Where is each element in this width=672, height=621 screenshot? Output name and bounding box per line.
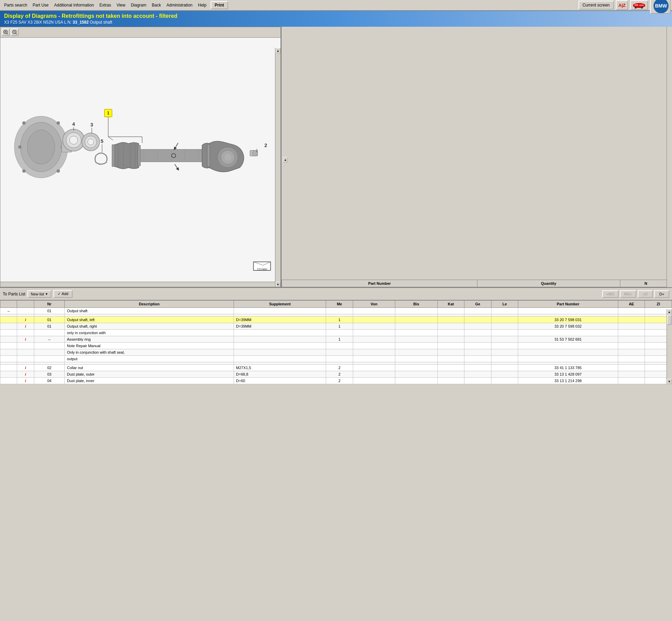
table-scroll-thumb[interactable] <box>667 315 672 325</box>
table-row[interactable] <box>0 314 672 317</box>
menu-help[interactable]: Help <box>195 2 209 9</box>
menu-view[interactable]: View <box>114 2 128 9</box>
cell-ge <box>464 336 491 343</box>
rp-th-partnum: Part Number <box>282 280 477 287</box>
cell-supplement: D=39MM <box>234 317 326 323</box>
cell-nr: -- <box>34 336 65 343</box>
table-row[interactable]: i01Output shaft, rightD=39MM133 20 7 598… <box>0 323 672 330</box>
cell-nr: 01 <box>34 308 65 314</box>
cell-partnum: 33 41 1 133 785 <box>518 365 618 371</box>
table-scrollbar-v[interactable]: ▲ ▼ <box>667 309 672 384</box>
cell-kat <box>437 323 464 330</box>
table-row[interactable]: Only in conjunction with shaft seal, <box>0 349 672 356</box>
add-button[interactable]: ✓ Add <box>53 290 72 298</box>
cell-info-icon <box>17 349 34 356</box>
cell-ge <box>464 323 491 330</box>
cell-me <box>326 362 353 365</box>
zoom-out-button[interactable] <box>11 28 19 36</box>
th-ae: AE <box>618 301 645 308</box>
cell-ae <box>618 336 645 343</box>
menu-administration[interactable]: Administration <box>164 2 195 9</box>
cell-nr <box>34 343 65 349</box>
menu-parts-search[interactable]: Parts search <box>1 2 30 9</box>
table-row[interactable]: i04Dust plate, innerD=60233 13 1 214 298 <box>0 378 672 384</box>
th-ge: Ge <box>464 301 491 308</box>
nav-d-prev-button[interactable]: «D <box>638 290 653 298</box>
cell-kat <box>437 308 464 314</box>
info-icon: i <box>25 318 26 322</box>
cell-kat <box>437 365 464 371</box>
info-icon: i <box>25 324 26 328</box>
cell-dash <box>0 362 17 365</box>
right-scroll-up[interactable]: ▲ <box>283 157 288 162</box>
table-row[interactable]: i02Collar nutM27X1,5233 41 1 133 785 <box>0 365 672 371</box>
table-scroll-up[interactable]: ▲ <box>667 309 672 315</box>
table-row[interactable]: i--Assembly ring131 53 7 502 681 <box>0 336 672 343</box>
right-panel-table: Part Number Quantity N <box>282 280 672 287</box>
menu-diagram[interactable]: Diagram <box>128 2 149 9</box>
diagram-toolbar <box>0 27 281 38</box>
menu-part-use[interactable]: Part Use <box>30 2 51 9</box>
cell-me <box>326 308 353 314</box>
cell-kat <box>437 378 464 384</box>
nav-mg-next-button[interactable]: MG» <box>620 290 636 298</box>
right-panel-parts-table: Part Number Quantity N <box>282 280 672 287</box>
th-bis: Bis <box>395 301 437 308</box>
cell-kat <box>437 336 464 343</box>
cell-partnum <box>518 343 618 349</box>
table-row[interactable]: Note Repair Manual <box>0 343 672 349</box>
to-parts-list-label: To Parts List <box>3 292 25 296</box>
cell-von <box>353 343 395 349</box>
th-partnum: Part Number <box>518 301 618 308</box>
right-panel-scrollbar[interactable] <box>667 27 672 287</box>
cell-dash <box>0 323 17 330</box>
scroll-up-arrow[interactable]: ▲ <box>276 48 281 53</box>
diagram-area[interactable]: 4 3 5 <box>0 38 281 287</box>
cell-me: 2 <box>326 365 353 371</box>
cell-dash <box>0 356 17 362</box>
svg-point-27 <box>70 136 78 144</box>
cell-ge <box>464 314 491 317</box>
cell-dash <box>0 371 17 378</box>
svg-rect-3 <box>634 4 638 6</box>
cell-bis <box>395 314 437 317</box>
table-row[interactable]: i03Dust plate, outerD=68,8233 13 1 428 0… <box>0 371 672 378</box>
diagram-scrollbar-h[interactable] <box>0 282 275 287</box>
table-scroll-down[interactable]: ▼ <box>667 379 672 384</box>
svg-point-55 <box>224 154 231 161</box>
menu-print[interactable]: Print <box>211 1 228 9</box>
cell-description: Output shaft, left <box>65 317 234 323</box>
svg-text:BMW: BMW <box>655 3 668 9</box>
table-row[interactable]: output <box>0 356 672 362</box>
scroll-down-arrow[interactable]: ▼ <box>276 282 281 287</box>
svg-point-32 <box>88 139 94 145</box>
cell-bis <box>395 308 437 314</box>
cell-partnum <box>518 330 618 336</box>
menu-extras[interactable]: Extras <box>97 2 114 9</box>
zoom-in-button[interactable] <box>2 28 10 36</box>
th-description: Description <box>65 301 234 308</box>
cell-info-icon <box>17 314 34 317</box>
cell-kat <box>437 362 464 365</box>
cell-ae <box>618 371 645 378</box>
svg-text:2: 2 <box>264 143 267 148</box>
diagram-scrollbar-v[interactable]: ▲ ▼ <box>275 48 281 287</box>
current-screen-button[interactable]: Current screen <box>578 1 614 10</box>
new-list-button[interactable]: New list ▼ <box>27 290 51 298</box>
cell-info-icon: i <box>17 378 34 384</box>
cell-bis <box>395 323 437 330</box>
icon-car[interactable] <box>630 0 648 10</box>
table-row[interactable] <box>0 362 672 365</box>
icon-az[interactable]: A|Z <box>616 0 628 10</box>
table-row[interactable]: i01Output shaft, leftD=39MM133 20 7 598 … <box>0 317 672 323</box>
menu-back[interactable]: Back <box>149 2 164 9</box>
cell-bis <box>395 336 437 343</box>
menu-additional-info[interactable]: Additional Information <box>51 2 97 9</box>
table-row[interactable]: only in conjunction with <box>0 330 672 336</box>
nav-d-next-button[interactable]: D» <box>654 290 669 298</box>
cell-description: Output shaft <box>65 308 234 314</box>
nav-mg-prev-button[interactable]: «MG <box>602 290 619 298</box>
svg-point-20 <box>18 145 22 149</box>
th-empty1 <box>0 301 17 308</box>
table-row[interactable]: –01Output shaft <box>0 308 672 314</box>
